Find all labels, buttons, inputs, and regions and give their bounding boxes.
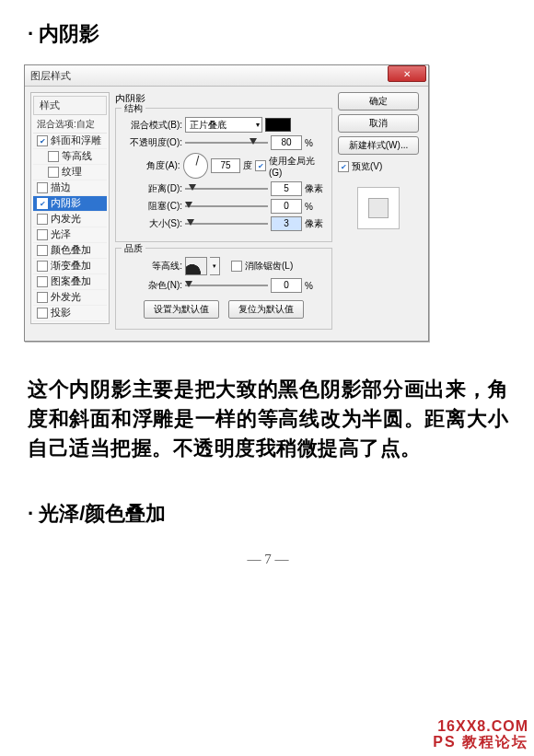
new-style-button[interactable]: 新建样式(W)... bbox=[338, 136, 419, 155]
ok-button[interactable]: 确定 bbox=[338, 92, 419, 110]
style-item-pattern-overlay[interactable]: 图案叠加 bbox=[33, 274, 107, 290]
size-slider[interactable] bbox=[185, 218, 268, 229]
style-label: 光泽 bbox=[51, 228, 71, 241]
watermark-line2: PS 教程论坛 bbox=[433, 734, 528, 750]
style-item-inner-glow[interactable]: 内发光 bbox=[33, 212, 107, 227]
opacity-slider[interactable] bbox=[185, 137, 268, 148]
distance-slider[interactable] bbox=[185, 183, 268, 194]
angle-value[interactable]: 75 bbox=[211, 158, 241, 173]
structure-title: 结构 bbox=[122, 102, 145, 115]
preview-label: 预览(V) bbox=[352, 160, 382, 173]
style-label: 外发光 bbox=[51, 291, 81, 304]
style-item-drop-shadow[interactable]: 投影 bbox=[33, 306, 107, 321]
style-label: 纹理 bbox=[62, 166, 82, 179]
checkbox-icon[interactable] bbox=[37, 261, 48, 272]
anti-alias-label: 消除锯齿(L) bbox=[245, 260, 293, 273]
checkbox-icon[interactable] bbox=[48, 151, 59, 162]
checkbox-icon[interactable] bbox=[37, 245, 48, 256]
angle-label: 角度(A): bbox=[122, 159, 180, 172]
blend-mode-select[interactable]: 正片叠底 ▾ bbox=[185, 117, 262, 133]
size-label: 大小(S): bbox=[122, 217, 182, 230]
percent-unit: % bbox=[305, 138, 313, 148]
dialog-title: 图层样式 bbox=[25, 69, 388, 83]
watermark: 16XX8.COM PS 教程论坛 bbox=[433, 718, 528, 750]
degree-unit: 度 bbox=[243, 159, 252, 172]
distance-value[interactable]: 5 bbox=[271, 181, 302, 196]
noise-label: 杂色(N): bbox=[122, 279, 182, 292]
quality-title: 品质 bbox=[122, 242, 145, 255]
style-item-gradient-overlay[interactable]: 渐变叠加 bbox=[33, 259, 107, 274]
noise-value[interactable]: 0 bbox=[271, 278, 302, 293]
contour-thumbnail[interactable] bbox=[185, 257, 207, 275]
style-label: 等高线 bbox=[62, 150, 92, 163]
style-item-color-overlay[interactable]: 颜色叠加 bbox=[33, 243, 107, 259]
checkbox-icon[interactable] bbox=[37, 229, 48, 240]
checkbox-icon[interactable] bbox=[37, 182, 48, 193]
blend-mode-value: 正片叠底 bbox=[190, 119, 226, 132]
percent-unit: % bbox=[305, 281, 313, 291]
checkbox-icon[interactable] bbox=[37, 276, 48, 287]
style-label: 投影 bbox=[51, 307, 71, 320]
opacity-label: 不透明度(O): bbox=[122, 136, 182, 149]
preview-thumbnail bbox=[357, 187, 400, 229]
choke-slider[interactable] bbox=[185, 201, 268, 212]
choke-value[interactable]: 0 bbox=[271, 199, 302, 214]
style-label: 内发光 bbox=[51, 213, 81, 226]
layer-style-dialog: 图层样式 ✕ 样式 混合选项:自定 ✔ 斜面和浮雕 等高线 bbox=[24, 64, 429, 342]
style-label: 斜面和浮雕 bbox=[51, 134, 101, 147]
blending-options-default[interactable]: 混合选项:自定 bbox=[33, 116, 107, 134]
global-light-checkbox[interactable]: ✔ bbox=[255, 160, 266, 171]
quality-group: 品质 等高线: ▾ 消除锯齿(L) 杂色(N): 0 bbox=[115, 248, 332, 330]
checkbox-icon[interactable] bbox=[37, 292, 48, 303]
chevron-down-icon: ▾ bbox=[256, 121, 260, 129]
style-item-outer-glow[interactable]: 外发光 bbox=[33, 290, 107, 306]
checkbox-icon[interactable]: ✔ bbox=[37, 135, 48, 146]
structure-group: 结构 混合模式(B): 正片叠底 ▾ 不透明度(O): bbox=[115, 108, 332, 242]
blend-mode-label: 混合模式(B): bbox=[122, 119, 182, 132]
px-unit: 像素 bbox=[305, 217, 323, 230]
style-label: 图案叠加 bbox=[51, 275, 91, 288]
style-item-satin[interactable]: 光泽 bbox=[33, 227, 107, 243]
section-heading-inner-shadow: · 内阴影 bbox=[28, 20, 508, 48]
anti-alias-checkbox[interactable] bbox=[231, 261, 242, 272]
checkbox-icon[interactable] bbox=[48, 167, 59, 178]
percent-unit: % bbox=[305, 202, 313, 212]
style-item-texture[interactable]: 纹理 bbox=[33, 165, 107, 180]
checkbox-icon[interactable] bbox=[37, 308, 48, 319]
preview-checkbox[interactable]: ✔ bbox=[338, 161, 349, 172]
style-item-stroke[interactable]: 描边 bbox=[33, 180, 107, 196]
global-light-label: 使用全局光(G) bbox=[269, 155, 326, 178]
checkbox-icon[interactable]: ✔ bbox=[37, 198, 48, 209]
angle-dial[interactable] bbox=[183, 153, 208, 179]
style-label: 颜色叠加 bbox=[51, 244, 91, 257]
style-label: 内阴影 bbox=[51, 197, 81, 210]
chevron-down-icon[interactable]: ▾ bbox=[210, 257, 220, 275]
distance-label: 距离(D): bbox=[122, 182, 182, 195]
tutorial-paragraph: 这个内阴影主要是把大致的黑色阴影部分画出来，角度和斜面和浮雕是一样的等高线改为半… bbox=[28, 375, 508, 463]
page-number: — 7 — bbox=[28, 552, 508, 567]
titlebar: 图层样式 ✕ bbox=[25, 65, 428, 87]
color-swatch[interactable] bbox=[265, 118, 291, 132]
close-icon: ✕ bbox=[403, 69, 411, 79]
style-label: 渐变叠加 bbox=[51, 260, 91, 273]
section-heading-satin: · 光泽/颜色叠加 bbox=[28, 500, 508, 528]
watermark-line1: 16XX8.COM bbox=[433, 718, 528, 735]
size-value[interactable]: 3 bbox=[271, 216, 302, 231]
close-button[interactable]: ✕ bbox=[388, 65, 426, 82]
choke-label: 阻塞(C): bbox=[122, 200, 182, 213]
contour-label: 等高线: bbox=[122, 260, 182, 273]
panel-title: 内阴影 bbox=[115, 92, 332, 106]
cancel-button[interactable]: 取消 bbox=[338, 114, 419, 133]
style-item-bevel[interactable]: ✔ 斜面和浮雕 bbox=[33, 134, 107, 149]
checkbox-icon[interactable] bbox=[37, 214, 48, 225]
style-item-contour[interactable]: 等高线 bbox=[33, 149, 107, 165]
styles-list-column: 样式 混合选项:自定 ✔ 斜面和浮雕 等高线 纹理 bbox=[30, 92, 110, 335]
styles-header[interactable]: 样式 bbox=[33, 96, 107, 115]
noise-slider[interactable] bbox=[185, 280, 268, 291]
px-unit: 像素 bbox=[305, 182, 323, 195]
opacity-value[interactable]: 80 bbox=[271, 135, 302, 150]
reset-default-button[interactable]: 复位为默认值 bbox=[228, 300, 304, 319]
style-item-inner-shadow[interactable]: ✔ 内阴影 bbox=[33, 196, 107, 212]
make-default-button[interactable]: 设置为默认值 bbox=[144, 300, 219, 319]
style-label: 描边 bbox=[51, 181, 71, 194]
